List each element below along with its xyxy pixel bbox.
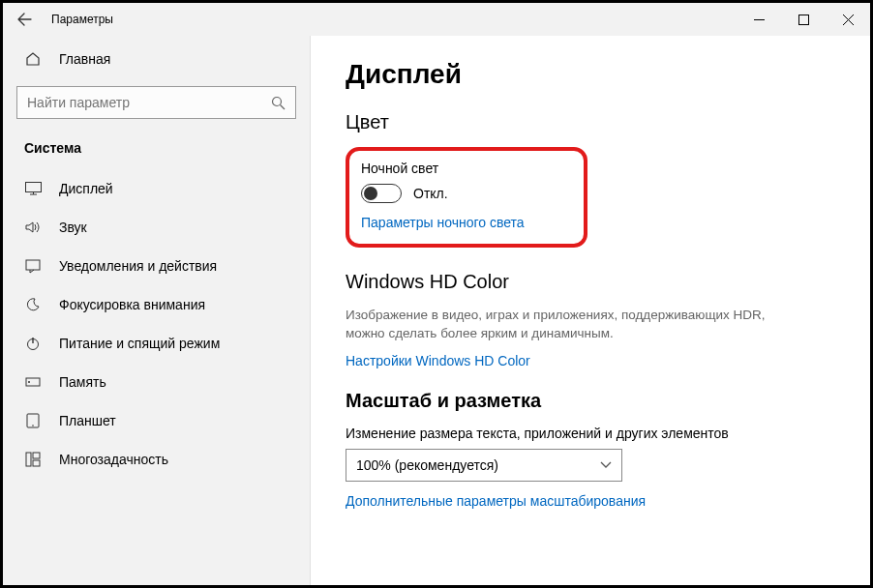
close-button[interactable] — [826, 3, 870, 36]
highlight-box: Ночной свет Откл. Параметры ночного свет… — [346, 147, 587, 248]
hd-color-description: Изображение в видео, играх и приложениях… — [346, 307, 800, 343]
multitasking-icon — [24, 452, 42, 467]
sidebar-item-power[interactable]: Питание и спящий режим — [3, 324, 310, 363]
sidebar-item-label: Питание и спящий режим — [59, 336, 220, 351]
display-icon — [24, 182, 42, 195]
sidebar-home-label: Главная — [59, 51, 110, 67]
night-light-toggle[interactable] — [361, 184, 402, 203]
sidebar-item-multitasking[interactable]: Многозадачность — [3, 440, 310, 479]
sidebar-item-label: Многозадачность — [59, 452, 168, 467]
window-controls — [737, 3, 870, 36]
search-icon — [271, 96, 286, 110]
sidebar: Главная Система Дисплей Звук Уведо — [3, 36, 311, 585]
scale-value: 100% (рекомендуется) — [356, 457, 498, 473]
focus-icon — [24, 297, 42, 312]
scale-label: Изменение размера текста, приложений и д… — [346, 426, 870, 441]
sound-icon — [24, 220, 42, 234]
titlebar: Параметры — [3, 3, 870, 36]
svg-line-3 — [281, 104, 286, 109]
svg-rect-7 — [26, 260, 40, 270]
sidebar-item-sound[interactable]: Звук — [3, 208, 310, 247]
scale-combo[interactable]: 100% (рекомендуется) — [346, 449, 622, 482]
tablet-icon — [24, 413, 42, 428]
sidebar-item-tablet[interactable]: Планшет — [3, 401, 310, 440]
scale-heading: Масштаб и разметка — [346, 390, 870, 412]
sidebar-item-label: Звук — [59, 220, 87, 235]
svg-point-13 — [32, 425, 34, 426]
maximize-button[interactable] — [781, 3, 826, 36]
sidebar-item-notifications[interactable]: Уведомления и действия — [3, 247, 310, 285]
hd-color-link[interactable]: Настройки Windows HD Color — [346, 353, 870, 368]
notifications-icon — [24, 258, 42, 274]
content-area: Дисплей Цвет Ночной свет Откл. Параметры… — [311, 36, 870, 585]
power-icon — [24, 336, 42, 351]
sidebar-item-focus[interactable]: Фокусировка внимания — [3, 285, 310, 324]
night-light-settings-link[interactable]: Параметры ночного света — [361, 215, 568, 230]
sidebar-item-label: Планшет — [59, 413, 116, 428]
chevron-down-icon — [600, 461, 612, 469]
sidebar-section: Система — [3, 127, 310, 169]
hd-color-heading: Windows HD Color — [346, 271, 870, 293]
back-button[interactable] — [3, 3, 45, 36]
night-light-label: Ночной свет — [361, 161, 568, 176]
scale-advanced-link[interactable]: Дополнительные параметры масштабирования — [346, 493, 870, 509]
night-light-state: Откл. — [413, 186, 448, 201]
sidebar-item-storage[interactable]: Память — [3, 363, 310, 401]
svg-rect-16 — [33, 460, 40, 466]
sidebar-item-label: Дисплей — [59, 181, 113, 196]
sidebar-item-label: Фокусировка внимания — [59, 297, 205, 312]
sidebar-item-display[interactable]: Дисплей — [3, 169, 310, 208]
home-icon — [24, 51, 42, 67]
sidebar-item-label: Память — [59, 374, 106, 390]
svg-rect-15 — [33, 453, 40, 458]
svg-rect-1 — [798, 15, 808, 24]
minimize-button[interactable] — [737, 3, 781, 36]
storage-icon — [24, 374, 42, 390]
page-title: Дисплей — [346, 59, 870, 90]
color-heading: Цвет — [346, 111, 870, 133]
search-box[interactable] — [16, 86, 296, 119]
sidebar-home[interactable]: Главная — [3, 40, 310, 78]
window-title: Параметры — [51, 13, 113, 26]
svg-rect-4 — [25, 183, 41, 192]
svg-point-11 — [28, 381, 30, 383]
svg-point-2 — [273, 97, 282, 105]
search-input[interactable] — [27, 95, 247, 110]
sidebar-item-label: Уведомления и действия — [59, 258, 217, 274]
svg-rect-14 — [26, 453, 31, 466]
